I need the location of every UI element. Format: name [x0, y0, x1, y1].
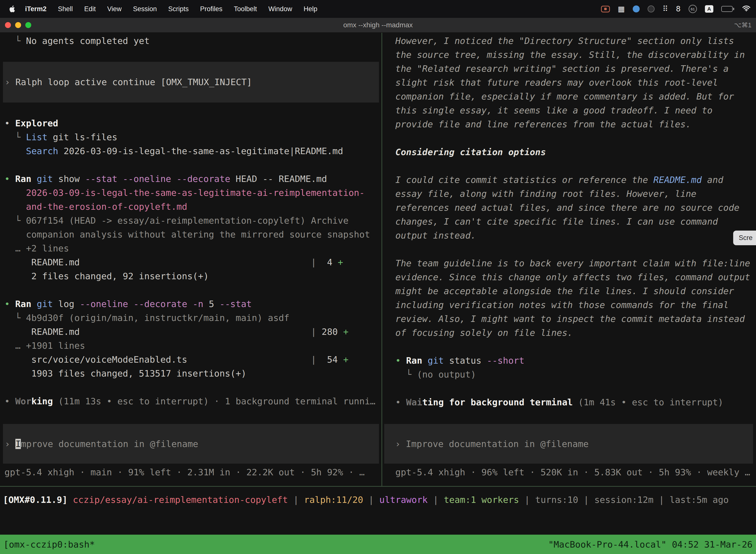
text-segment: Ralph loop active continue [OMX_TMUX_INJ… — [15, 77, 252, 87]
text-segment: No agents completed yet — [26, 36, 150, 46]
apple-menu[interactable] — [6, 5, 19, 13]
text-segment: HEAD -- README.md — [236, 174, 327, 184]
screen-recording-icon[interactable] — [601, 6, 610, 12]
zoom-window-button[interactable] — [25, 22, 31, 28]
blank-line — [4, 381, 381, 394]
terminal-line: … +2 lines — [4, 241, 381, 256]
text-segment: Ran — [15, 299, 37, 309]
menu-item-session[interactable]: Session — [127, 0, 163, 18]
text-segment: 2026-03-09-is-legal-the-same-as-legitima… — [63, 146, 343, 156]
text-segment: • — [395, 397, 406, 407]
text-segment: README.md — [4, 327, 80, 337]
blue-app-icon[interactable] — [633, 5, 640, 12]
reasoning-paragraph: I could cite commit statistics or refere… — [395, 173, 753, 242]
terminal-line: └ (no output) — [395, 368, 756, 382]
text-segment: • — [4, 174, 15, 184]
prompt-chevron: › — [395, 439, 406, 449]
terminal-line: • Ran git status --short — [395, 354, 756, 368]
text-segment: └ (no output) — [395, 369, 476, 380]
menu-item-view[interactable]: View — [102, 0, 127, 18]
terminal-line: └ No agents completed yet — [4, 34, 381, 48]
text-cursor: I — [15, 439, 21, 449]
grid-app-icon[interactable]: ▦ — [618, 5, 625, 13]
terminal-line: 1903 files changed, 513517 insertions(+) — [4, 367, 381, 381]
tab-shortcut-hint: ⌥⌘1 — [734, 21, 756, 29]
close-window-button[interactable] — [5, 22, 11, 28]
text-segment: … +1901 lines — [4, 340, 85, 351]
text-segment: git ls-files — [53, 132, 117, 142]
reasoning-paragraph: The team guideline is to back every impo… — [395, 257, 753, 340]
menu-item-window[interactable]: Window — [263, 0, 298, 18]
battery-gauge-icon[interactable]: 61 — [689, 5, 697, 13]
right-terminal-pane[interactable]: However, I noticed the "Directory Struct… — [382, 33, 756, 486]
text-segment: | — [80, 327, 316, 337]
blank-line — [395, 159, 756, 173]
tmux-session-window-label[interactable]: [omx-cczip0:bash* — [3, 539, 95, 550]
dark-app-icon[interactable] — [648, 5, 654, 12]
menu-item-edit[interactable]: Edit — [79, 0, 102, 18]
text-segment: Search — [26, 146, 64, 156]
wifi-icon[interactable] — [742, 5, 751, 13]
text-segment: team:1 workers — [444, 495, 519, 505]
text-segment: git — [37, 299, 58, 309]
terminal-area: └ No agents completed yet› Ralph loop ac… — [0, 33, 756, 486]
menu-item-profiles[interactable]: Profiles — [194, 0, 228, 18]
menu-bar-status-icons: ▦ ⠿ 8 61 A — [601, 5, 756, 13]
pane-divider-horizontal[interactable] — [0, 486, 756, 487]
battery-icon[interactable] — [721, 6, 734, 12]
pane-divider-vertical[interactable] — [381, 33, 382, 486]
input-source-icon[interactable]: A — [705, 5, 713, 13]
omx-status-line: [OMX#0.11.9] cczip/essay/ai-reimplementa… — [3, 493, 729, 507]
text-segment: Ran — [406, 355, 428, 366]
text-segment: 1903 files changed, 513517 insertions(+) — [4, 368, 246, 379]
minimize-window-button[interactable] — [15, 22, 21, 28]
text-segment: └ 4b9d30f (origin/main, instructkr/main,… — [4, 313, 290, 323]
blank-line — [4, 283, 381, 297]
text-segment: └ — [4, 132, 26, 142]
terminal-line: Search 2026-03-09-is-legal-the-same-as-l… — [4, 144, 381, 158]
dots-app-icon[interactable]: ⠿ — [663, 5, 668, 13]
right-input-box[interactable]: › Improve documentation in @filename — [384, 424, 753, 464]
menu-item-shell[interactable]: Shell — [52, 0, 79, 18]
text-segment: I could cite commit statistics or refere… — [395, 175, 653, 185]
numeric-app-icon[interactable]: 8 — [676, 5, 681, 13]
text-segment: show — [58, 174, 85, 184]
menu-item-help[interactable]: Help — [298, 0, 323, 18]
text-segment: --oneline --decorate -n — [80, 299, 208, 309]
menu-item-iterm2[interactable]: iTerm2 — [19, 0, 52, 18]
window-title: omx --xhigh --madmax — [0, 21, 756, 29]
text-segment: 280 — [316, 327, 343, 337]
text-segment: cczip/essay/ai-reimplementation-copyleft — [73, 495, 288, 505]
text-segment: 5 — [209, 299, 219, 309]
terminal-line: 2 files changed, 92 insertions(+) — [4, 269, 381, 283]
window-title-bar[interactable]: omx --xhigh --madmax ⌥⌘1 — [0, 18, 756, 33]
edge-tooltip-button[interactable]: Scre — [733, 231, 756, 245]
text-segment: git — [37, 174, 58, 184]
menu-item-toolbelt[interactable]: Toolbelt — [228, 0, 263, 18]
text-segment: The team guideline is to back every impo… — [395, 258, 750, 338]
tmux-host-and-clock: "MacBook-Pro-44.local" 04:52 31-Mar-26 — [548, 539, 753, 550]
text-segment: Ran — [15, 174, 37, 184]
battery-body — [721, 6, 733, 12]
blank-line — [4, 158, 381, 172]
blank-line — [395, 131, 756, 145]
working-status-line: • Working (11m 13s • esc to interrupt) ·… — [4, 394, 381, 408]
text-segment: ralph:11/20 — [304, 495, 363, 505]
text-segment: … +2 lines — [4, 243, 69, 254]
text-segment: and-the-erosion-of-copyleft.md — [4, 202, 187, 212]
left-terminal-pane[interactable]: └ No agents completed yet› Ralph loop ac… — [0, 33, 381, 486]
text-segment: | — [288, 495, 304, 505]
text-segment: ultrawork — [379, 495, 428, 505]
text-segment: + — [338, 257, 343, 267]
blank-line — [395, 340, 756, 354]
window-controls — [0, 22, 31, 28]
text-segment: • — [4, 118, 15, 128]
left-input-box[interactable]: › Improve documentation in @filename — [3, 424, 379, 464]
text-segment: + — [343, 327, 349, 337]
terminal-line: • Ran git log --oneline --decorate -n 5 … — [4, 297, 381, 311]
terminal-line: • Ran git show --stat --oneline --decora… — [4, 172, 381, 186]
text-segment: | — [363, 495, 379, 505]
menu-item-scripts[interactable]: Scripts — [163, 0, 194, 18]
text-segment: + — [343, 354, 349, 365]
text-segment: Considering citation options — [395, 147, 546, 157]
